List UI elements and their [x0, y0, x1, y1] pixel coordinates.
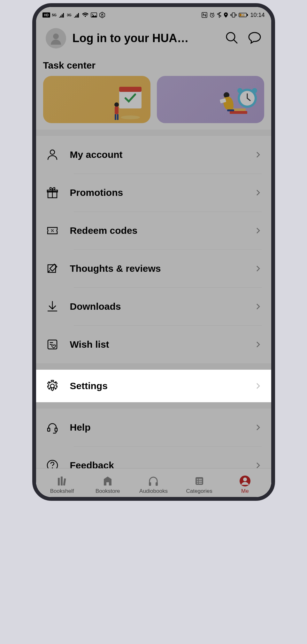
person-icon	[46, 148, 59, 161]
svg-rect-43	[149, 482, 151, 486]
chevron-right-icon	[255, 189, 262, 196]
review-icon	[46, 262, 59, 275]
nav-bookstore[interactable]: Bookstore	[92, 475, 124, 494]
menu-label: My account	[70, 149, 244, 160]
hd-badge-text: HD	[44, 13, 48, 17]
svg-rect-41	[63, 478, 66, 485]
svg-point-24	[252, 88, 257, 93]
nav-bookshelf[interactable]: Bookshelf	[46, 475, 78, 494]
menu-redeem-codes[interactable]: Redeem codes	[36, 212, 271, 249]
headset-icon	[46, 421, 59, 434]
menu-label: Settings	[70, 381, 244, 391]
bottom-nav: Bookshelf Bookstore Audiobooks Categorie…	[36, 468, 271, 497]
picture-icon	[91, 12, 97, 18]
nav-audiobooks[interactable]: Audiobooks	[137, 475, 169, 494]
task-card-reading[interactable]	[157, 76, 264, 123]
ticket-icon	[46, 224, 59, 237]
chevron-right-icon	[255, 227, 262, 234]
signal-2-icon	[73, 12, 80, 18]
svg-rect-42	[106, 482, 109, 485]
section-divider	[36, 130, 271, 136]
nav-categories[interactable]: Categories	[183, 475, 215, 494]
svg-rect-44	[156, 482, 158, 486]
task-card-signin[interactable]	[43, 76, 150, 123]
menu-thoughts-reviews[interactable]: Thoughts & reviews	[36, 250, 271, 287]
status-time: 10:14	[250, 12, 265, 19]
chevron-right-icon	[255, 341, 262, 348]
svg-point-23	[237, 88, 242, 93]
gear-icon	[46, 379, 59, 393]
login-title[interactable]: Log in to your HUA…	[73, 32, 218, 45]
alarm-icon	[209, 12, 215, 18]
svg-point-30	[50, 150, 55, 154]
menu-help[interactable]: Help	[36, 409, 271, 446]
gift-icon	[46, 186, 59, 199]
menu-settings[interactable]: Settings	[36, 370, 271, 402]
chevron-right-icon	[255, 462, 262, 469]
task-center-section: Task center	[36, 56, 271, 130]
hand-icon	[99, 12, 105, 18]
nav-label: Me	[241, 488, 249, 494]
svg-rect-7	[232, 13, 235, 17]
svg-rect-33	[48, 340, 57, 349]
chevron-right-icon	[255, 382, 262, 389]
search-icon[interactable]	[225, 31, 239, 46]
location-icon	[223, 12, 228, 18]
menu-downloads[interactable]: Downloads	[36, 288, 271, 325]
svg-point-6	[225, 14, 226, 15]
svg-rect-19	[117, 114, 119, 120]
svg-point-16	[114, 102, 119, 107]
section-divider	[36, 402, 271, 409]
nav-label: Bookshelf	[50, 488, 74, 494]
battery-icon: 13	[239, 12, 248, 18]
chevron-right-icon	[255, 424, 262, 431]
svg-point-2	[92, 14, 93, 15]
phone-frame: HD 5G 3G	[32, 3, 275, 501]
sim-3g-icon: 3G	[67, 13, 72, 17]
menu-label: Promotions	[70, 187, 244, 198]
profile-header: Log in to your HUA…	[36, 22, 271, 56]
svg-rect-50	[197, 483, 198, 484]
sim-5g-icon: 5G	[52, 13, 57, 17]
chevron-right-icon	[255, 265, 262, 272]
status-bar: HD 5G 3G	[36, 7, 271, 22]
chevron-right-icon	[255, 303, 262, 310]
bookshelf-icon	[56, 475, 68, 487]
menu-label: Help	[70, 422, 244, 433]
svg-rect-10	[247, 14, 248, 16]
svg-point-20	[121, 115, 140, 119]
chat-icon[interactable]	[248, 31, 262, 46]
headphones-icon	[147, 475, 160, 487]
svg-point-34	[50, 384, 54, 388]
wishlist-icon	[46, 338, 59, 351]
avatar[interactable]	[46, 28, 66, 48]
nav-label: Categories	[186, 488, 212, 494]
svg-point-12	[53, 33, 59, 39]
screen: HD 5G 3G	[36, 7, 271, 497]
svg-rect-48	[197, 481, 198, 482]
menu-list: My account Promotions Redeem codes Thoug…	[36, 136, 271, 484]
nav-label: Bookstore	[96, 488, 120, 494]
svg-rect-29	[227, 109, 234, 111]
me-icon	[239, 475, 251, 487]
svg-rect-46	[197, 479, 198, 480]
menu-wish-list[interactable]: Wish list	[36, 326, 271, 363]
svg-text:13: 13	[241, 14, 244, 17]
download-icon	[46, 300, 59, 313]
svg-point-53	[243, 477, 247, 481]
signal-1-icon	[58, 12, 65, 18]
nav-me[interactable]: Me	[229, 475, 261, 494]
menu-promotions[interactable]: Promotions	[36, 174, 271, 211]
categories-icon	[193, 475, 206, 487]
menu-label: Downloads	[70, 301, 244, 312]
menu-my-account[interactable]: My account	[36, 136, 271, 174]
section-divider	[36, 363, 271, 370]
bookstore-icon	[101, 475, 114, 487]
menu-label: Thoughts & reviews	[70, 263, 244, 274]
nav-label: Audiobooks	[139, 488, 168, 494]
svg-rect-39	[58, 478, 60, 485]
wifi-icon	[82, 12, 89, 18]
menu-label: Redeem codes	[70, 225, 244, 236]
svg-rect-17	[115, 107, 119, 114]
nfc-icon	[202, 12, 207, 18]
